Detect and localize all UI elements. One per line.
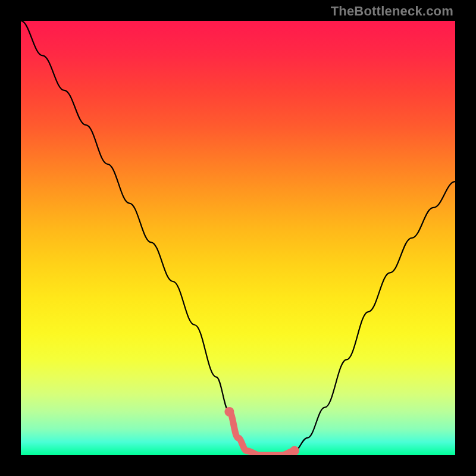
curve-svg (21, 21, 455, 455)
highlight-dot-left (224, 407, 234, 416)
bottleneck-curve (21, 21, 455, 455)
watermark-text: TheBottleneck.com (331, 4, 453, 19)
highlight-segment (229, 412, 295, 455)
highlight-dot-right (290, 446, 299, 455)
chart-frame: TheBottleneck.com (0, 0, 476, 476)
plot-area (21, 21, 455, 455)
